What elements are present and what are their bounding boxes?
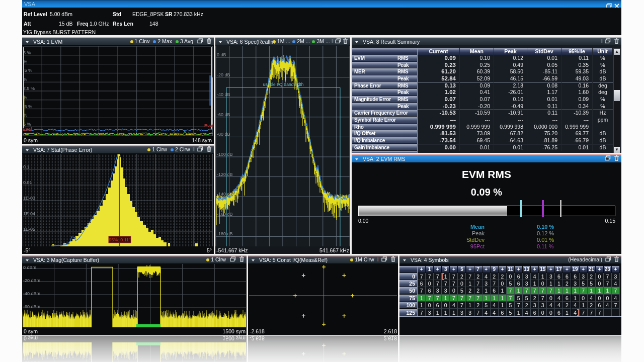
svg-text:5 %: 5 % [23,50,31,55]
svg-text:-140 dB: -140 dB [217,192,233,197]
svg-text:0 dBm: 0 dBm [23,265,36,270]
svg-text:1E-05: 1E-05 [23,227,35,232]
svg-text:Eval: Eval [23,127,32,132]
svg-text:148 sym: 148 sym [192,137,212,143]
svg-text:-60 dBm: -60 dBm [23,304,40,309]
svg-text:-180 dB: -180 dB [217,231,233,236]
svg-text:-5°: -5° [24,247,31,253]
svg-text:-80 dB: -80 dB [217,132,230,137]
svg-text:1E-03: 1E-03 [23,196,35,201]
svg-text:5 %: 5 % [23,122,31,127]
svg-text:-2.618: -2.618 [250,328,265,334]
svg-text:-120 dB: -120 dB [217,172,233,177]
svg-text:Eval: Eval [204,123,214,128]
svg-text:0 sym: 0 sym [24,137,38,143]
svg-text:-541.667 kHz: -541.667 kHz [216,247,248,253]
svg-text:1E-04: 1E-04 [23,211,35,216]
svg-text:-40 dBm: -40 dBm [23,291,40,296]
svg-text:2.618: 2.618 [384,328,397,334]
svg-text:95%: 0.11°: 95%: 0.11° [109,237,131,242]
svg-text:541.667 kHz: 541.667 kHz [319,247,349,253]
svg-text:-20 dBm: -20 dBm [23,278,40,283]
svg-text:2.5 %: 2.5 % [23,86,35,91]
svg-text:-20 dB: -20 dB [217,72,230,77]
svg-text:usable I/Q Bandwidth: usable I/Q Bandwidth [263,82,304,87]
svg-text:.5 %: .5 % [23,104,32,109]
svg-text:.5 %: .5 % [23,68,32,73]
svg-text:-160 dB: -160 dB [217,212,233,217]
svg-text:0 sym: 0 sym [24,328,38,334]
svg-text:5°: 5° [207,247,212,253]
svg-text:0.1: 0.1 [23,164,30,169]
svg-text:-100 dB: -100 dB [217,152,233,157]
svg-text:1500 sym: 1500 sym [222,328,246,334]
svg-text:0 dB: 0 dB [217,52,226,57]
svg-text:-60 dB: -60 dB [217,112,230,117]
svg-text:0.01: 0.01 [23,180,32,185]
svg-text:-40 dB: -40 dB [217,92,230,97]
